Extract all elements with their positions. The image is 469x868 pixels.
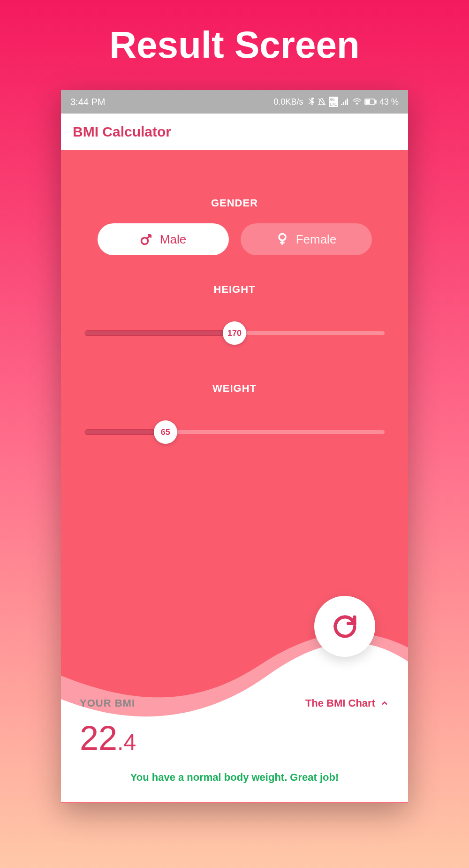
height-slider[interactable]: 170 <box>84 319 385 347</box>
page-title: Result Screen <box>109 23 360 67</box>
female-label: Female <box>296 232 337 247</box>
weight-thumb[interactable]: 65 <box>154 420 177 444</box>
weight-slider[interactable]: 65 <box>84 418 385 446</box>
svg-point-4 <box>279 234 286 240</box>
female-icon <box>276 233 289 246</box>
status-battery: 43 % <box>379 97 399 107</box>
bmi-chart-link[interactable]: The BMI Chart <box>305 697 389 709</box>
chart-link-text: The BMI Chart <box>305 697 375 709</box>
weight-label: WEIGHT <box>84 382 385 395</box>
male-label: Male <box>160 232 186 247</box>
svg-rect-1 <box>375 100 376 103</box>
wave-container: YOUR BMI The BMI Chart 22.4 You have a n… <box>61 577 408 802</box>
female-button[interactable]: Female <box>241 223 372 255</box>
height-label: HEIGHT <box>84 283 385 296</box>
bmi-decimal: .4 <box>117 730 136 754</box>
bluetooth-icon <box>308 98 315 106</box>
battery-icon <box>364 99 377 105</box>
male-button[interactable]: Male <box>98 223 229 255</box>
app-header: BMI Calculator <box>61 114 408 150</box>
result-message: You have a normal body weight. Great job… <box>80 771 389 784</box>
weight-section: WEIGHT 65 <box>84 382 385 446</box>
bmi-whole: 22 <box>80 719 117 757</box>
svg-rect-2 <box>366 100 370 104</box>
status-time: 3:44 PM <box>70 97 105 107</box>
app-title: BMI Calculator <box>73 124 396 140</box>
height-section: HEIGHT 170 <box>84 283 385 347</box>
refresh-icon <box>332 614 358 640</box>
volte-icon: VoLTE <box>329 97 338 107</box>
refresh-button[interactable] <box>314 596 375 657</box>
status-icons: VoLTE 43 % <box>308 97 399 107</box>
your-bmi-label: YOUR BMI <box>80 697 135 709</box>
height-fill <box>84 330 234 336</box>
status-data-rate: 0.0KB/s <box>274 97 303 107</box>
result-section: YOUR BMI The BMI Chart 22.4 You have a n… <box>61 683 408 802</box>
signal-icon <box>341 99 349 105</box>
wifi-icon <box>352 98 362 106</box>
bmi-value: 22.4 <box>80 719 389 757</box>
gender-label: GENDER <box>84 197 385 209</box>
male-icon <box>140 233 153 246</box>
result-header: YOUR BMI The BMI Chart <box>80 697 389 709</box>
gender-section: GENDER Male Female <box>84 197 385 255</box>
status-bar: 3:44 PM 0.0KB/s VoLTE 43 % <box>61 90 408 114</box>
status-right: 0.0KB/s VoLTE 43 % <box>274 97 399 107</box>
chevron-up-icon <box>380 699 389 708</box>
height-thumb[interactable]: 170 <box>223 321 246 345</box>
gender-row: Male Female <box>84 223 385 255</box>
phone-frame: 3:44 PM 0.0KB/s VoLTE 43 % BMI Calculato… <box>61 90 408 803</box>
mute-icon <box>318 98 326 106</box>
main-content: GENDER Male Female HEIGHT 170 <box>61 150 408 802</box>
